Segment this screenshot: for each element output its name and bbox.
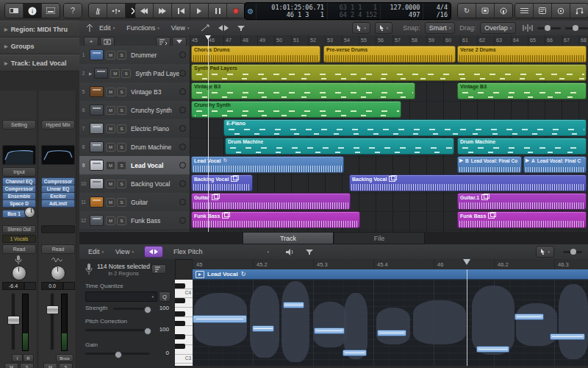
region-guitar-1[interactable]: Guitar.1 — [457, 193, 587, 210]
tab-file[interactable]: File — [334, 232, 425, 244]
solo-button[interactable]: S — [117, 198, 126, 207]
bar-ruler[interactable]: 4546474849505152535455565758596061626364… — [190, 35, 588, 46]
region-preverse-drums[interactable]: Pre-verse Drums — [323, 46, 456, 63]
track-on-icon[interactable] — [179, 107, 186, 113]
playhead[interactable] — [208, 35, 209, 232]
metronome-icon[interactable] — [89, 4, 107, 18]
lcd-gear-icon[interactable]: ⚙ — [245, 3, 257, 19]
flex-toggle-icon[interactable] — [144, 246, 163, 258]
track-header-drummer[interactable]: 1MSDrummer — [79, 46, 190, 65]
autopunch-icon[interactable] — [495, 4, 512, 18]
volume-fader[interactable] — [46, 305, 59, 314]
output-slot[interactable] — [41, 225, 75, 233]
solo-button[interactable]: S — [20, 363, 34, 368]
region-vintage-b3[interactable]: Vintage B3 — [191, 82, 415, 99]
solo-button[interactable]: S — [117, 143, 126, 152]
solo-button[interactable]: S — [117, 180, 126, 188]
flex-pitch-note[interactable] — [283, 302, 304, 308]
track-header-backing-vocal[interactable]: 10MSBacking Vocal — [79, 174, 190, 194]
mute-button[interactable]: M — [106, 161, 115, 170]
mute-button[interactable]: M — [106, 124, 115, 133]
snap-menu[interactable]: Smart▾ — [425, 22, 456, 34]
flex-pitch-note[interactable] — [377, 330, 406, 336]
region-drum-machine-2[interactable]: Drum Machine — [457, 138, 587, 155]
autozoom-filter-icon[interactable] — [236, 24, 245, 32]
track-header-electric-piano[interactable]: 7MSElectric Piano — [79, 119, 190, 138]
solo-button[interactable]: S — [117, 88, 126, 96]
play-button[interactable] — [190, 4, 208, 18]
volume-fader[interactable] — [7, 316, 20, 325]
arrange-edit-menu[interactable]: Edit▾ — [93, 24, 121, 32]
mute-button[interactable]: M — [106, 216, 115, 225]
input-monitor-button[interactable]: I — [12, 354, 23, 362]
track-on-icon[interactable] — [179, 70, 186, 77]
plugin-slot[interactable]: AdLimit — [41, 199, 75, 208]
black-key[interactable] — [175, 311, 185, 316]
region-lead-vocal-take-a[interactable]: ▶ALead Vocal: Final C — [523, 156, 587, 173]
flex-pitch-note[interactable] — [252, 325, 274, 332]
prelisten-speaker-icon[interactable] — [285, 248, 295, 256]
region-funk-bass[interactable]: Funk Bass — [191, 211, 360, 228]
mute-button[interactable]: M — [106, 88, 115, 96]
stop-button[interactable] — [172, 4, 190, 18]
track-on-icon[interactable] — [179, 125, 186, 132]
bounce-button[interactable]: Bnce — [56, 354, 74, 362]
track-header-guitar[interactable]: 11MSGuitar — [79, 193, 190, 212]
peak-value[interactable] — [63, 282, 75, 290]
apple-loops-icon[interactable] — [552, 4, 570, 18]
region-crunchy-synth[interactable]: Crunchy Synth — [191, 101, 401, 118]
pan-knob[interactable] — [51, 266, 65, 280]
flex-pitch-note[interactable] — [314, 328, 345, 334]
take-disclosure-icon[interactable]: ▶ — [526, 158, 529, 163]
solo-button[interactable]: S — [117, 124, 126, 133]
track-header-crunchy-synth[interactable]: 6MSCrunchy Synth — [79, 101, 190, 120]
black-key[interactable] — [175, 334, 185, 339]
region-chorus-drums[interactable]: Chorus Drums — [191, 46, 320, 63]
track-inspector-header[interactable]: ▶Track: Lead Vocal — [0, 54, 79, 71]
solo-button[interactable]: S — [117, 51, 126, 60]
flex-pitch-editor[interactable] — [193, 280, 588, 366]
black-key[interactable] — [175, 321, 185, 326]
track-on-icon[interactable] — [179, 180, 186, 187]
help-icon[interactable]: ? — [64, 4, 82, 18]
pitch-correction-slider[interactable] — [85, 329, 150, 331]
mute-button[interactable]: M — [106, 198, 115, 207]
eq-thumbnail[interactable] — [2, 145, 36, 165]
forward-button[interactable] — [154, 4, 171, 18]
library-icon[interactable] — [5, 4, 23, 18]
record-button[interactable] — [227, 4, 245, 18]
mute-button[interactable]: M — [4, 363, 18, 368]
mute-button[interactable]: M — [110, 69, 120, 78]
mute-button[interactable]: M — [106, 51, 115, 60]
solo-button[interactable]: S — [121, 69, 131, 78]
editor-edit-menu[interactable]: Edit▾ — [82, 248, 110, 255]
mute-button[interactable]: M — [106, 180, 115, 188]
setting-button[interactable]: Setting — [2, 120, 36, 130]
take-disclosure-icon[interactable]: ▶ — [459, 158, 463, 163]
mute-button[interactable]: M — [106, 106, 115, 115]
eq-thumbnail[interactable] — [41, 145, 75, 165]
rewind-button[interactable] — [135, 4, 153, 18]
catch-playhead-button[interactable] — [151, 264, 166, 274]
flex-pitch-note[interactable] — [193, 315, 247, 323]
quantize-apply-button[interactable]: Q — [159, 291, 171, 302]
note-pads-icon[interactable] — [534, 4, 551, 18]
media-browser-icon[interactable] — [570, 4, 588, 18]
black-key[interactable] — [175, 298, 185, 303]
editor-playhead[interactable] — [467, 269, 467, 366]
horizontal-zoom-slider[interactable] — [565, 27, 588, 29]
volume-value[interactable]: -6.4 — [2, 282, 24, 290]
region-synth-pad-layers[interactable]: Synth Pad Layers — [191, 64, 587, 81]
track-on-icon[interactable] — [179, 52, 186, 58]
arrange-view-menu[interactable]: View▾ — [165, 24, 196, 32]
editor-playhead-marker[interactable] — [463, 259, 470, 269]
flex-mode-icon[interactable] — [217, 24, 229, 32]
left-click-tool-menu[interactable]: ▾ — [352, 22, 370, 34]
group-slot[interactable]: 1 Vocals — [2, 235, 36, 243]
track-header-lead-vocal[interactable]: 9MSLead Vocal — [79, 156, 190, 175]
output-slot[interactable]: Stereo Out — [2, 225, 36, 233]
vertical-zoom-slider[interactable] — [537, 27, 560, 29]
tuner-icon[interactable] — [107, 4, 125, 18]
tab-track[interactable]: Track — [243, 232, 334, 244]
send-slot[interactable]: Bus 1 — [2, 210, 26, 218]
